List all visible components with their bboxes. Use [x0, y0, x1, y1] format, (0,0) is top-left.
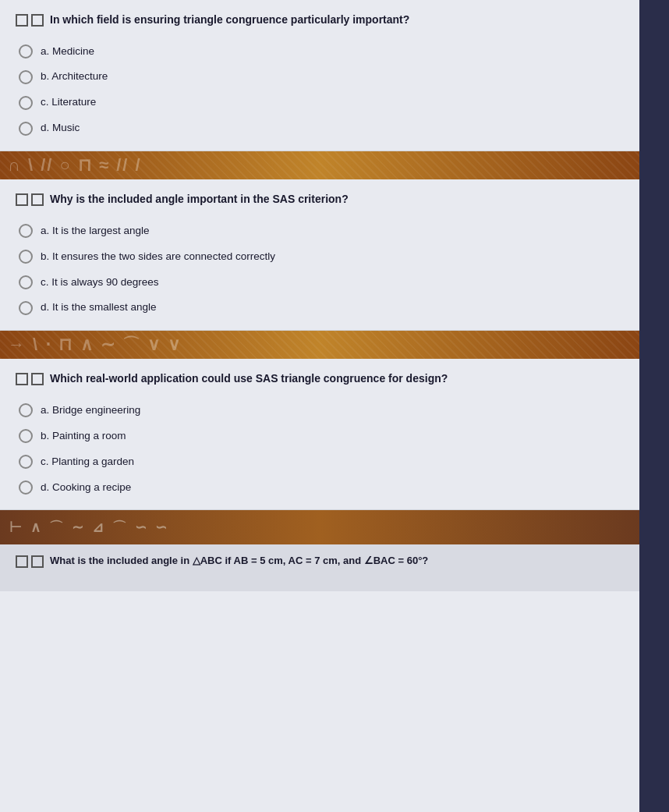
- q1-radio-c[interactable]: [19, 96, 33, 110]
- q2-radio-a[interactable]: [19, 224, 33, 238]
- q2-radio-d[interactable]: [19, 301, 33, 315]
- flag-icon-2[interactable]: [31, 193, 44, 206]
- q1-option-c[interactable]: c. Literature: [16, 90, 624, 115]
- q3-option-c[interactable]: c. Planting a garden: [16, 449, 624, 475]
- q3-label-b: b. Painting a room: [41, 429, 126, 444]
- q2-radio-c[interactable]: [19, 275, 33, 289]
- question-1-icons: [16, 14, 44, 27]
- divider-2-text: → \ ⋅ ⊓ ∧ ∼ ⌒ ∨ ∨: [0, 333, 189, 356]
- flag-icon-4[interactable]: [31, 555, 44, 568]
- question-4-text: What is the included angle in △ABC if AB…: [50, 554, 428, 568]
- q1-label-a: a. Medicine: [41, 44, 94, 59]
- q1-radio-d[interactable]: [19, 122, 33, 136]
- question-2-icons: [16, 193, 44, 206]
- question-1-block: In which field is ensuring triangle cong…: [0, 0, 639, 151]
- question-3-header: Which real-world application could use S…: [16, 371, 624, 387]
- q2-option-c[interactable]: c. It is always 90 degrees: [16, 270, 624, 296]
- q3-radio-a[interactable]: [19, 403, 33, 417]
- q1-label-d: d. Music: [41, 121, 80, 136]
- q3-label-d: d. Cooking a recipe: [41, 480, 131, 495]
- q3-label-c: c. Planting a garden: [41, 455, 134, 470]
- question-2-text: Why is the included angle important in t…: [50, 192, 349, 207]
- q1-label-c: c. Literature: [41, 95, 96, 110]
- q3-radio-c[interactable]: [19, 455, 33, 469]
- q2-label-c: c. It is always 90 degrees: [41, 275, 159, 290]
- right-sidebar: [639, 0, 669, 812]
- flag-icon-3[interactable]: [31, 373, 44, 385]
- question-3-block: Which real-world application could use S…: [0, 359, 639, 510]
- main-content: In which field is ensuring triangle cong…: [0, 0, 639, 812]
- question-2-header: Why is the included angle important in t…: [16, 192, 624, 207]
- q3-radio-b[interactable]: [19, 429, 33, 443]
- question-3-icons: [16, 373, 44, 385]
- question-4-block: What is the included angle in △ABC if AB…: [0, 544, 639, 591]
- q1-option-b[interactable]: b. Architecture: [16, 64, 624, 90]
- q3-option-b[interactable]: b. Painting a room: [16, 424, 624, 449]
- q1-radio-b[interactable]: [19, 70, 33, 84]
- bookmark-icon-2[interactable]: [16, 193, 28, 206]
- q1-radio-a[interactable]: [19, 44, 33, 59]
- bottom-bar-3: ⊢ ∧ ⌒ ∼ ⊿ ⌒ ∽ ∽: [0, 510, 639, 544]
- q2-option-a[interactable]: a. It is the largest angle: [16, 218, 624, 244]
- q3-radio-d[interactable]: [19, 480, 33, 495]
- q1-label-b: b. Architecture: [41, 69, 108, 84]
- flag-icon[interactable]: [31, 14, 44, 27]
- q1-option-a[interactable]: a. Medicine: [16, 39, 624, 65]
- q2-label-a: a. It is the largest angle: [41, 224, 150, 239]
- bottom-bar-text-3: ⊢ ∧ ⌒ ∼ ⊿ ⌒ ∽ ∽: [9, 518, 169, 537]
- q3-option-a[interactable]: a. Bridge engineering: [16, 398, 624, 424]
- bookmark-icon[interactable]: [16, 14, 28, 27]
- q2-radio-b[interactable]: [19, 250, 33, 264]
- bookmark-icon-4[interactable]: [16, 555, 28, 568]
- q3-label-a: a. Bridge engineering: [41, 403, 140, 418]
- q2-label-b: b. It ensures the two sides are connecte…: [41, 250, 275, 264]
- q2-option-d[interactable]: d. It is the smallest angle: [16, 295, 624, 321]
- question-4-icons: [16, 555, 44, 568]
- q3-option-d[interactable]: d. Cooking a recipe: [16, 475, 624, 501]
- q1-option-d[interactable]: d. Music: [16, 115, 624, 141]
- divider-1-text: ∩ \ // ○ ⊓ ≈ // /: [0, 155, 150, 176]
- divider-band-1: ∩ \ // ○ ⊓ ≈ // /: [0, 151, 639, 179]
- divider-band-2: → \ ⋅ ⊓ ∧ ∼ ⌒ ∨ ∨: [0, 331, 639, 359]
- bookmark-icon-3[interactable]: [16, 373, 28, 385]
- q2-label-d: d. It is the smallest angle: [41, 300, 157, 315]
- q2-option-b[interactable]: b. It ensures the two sides are connecte…: [16, 244, 624, 270]
- question-2-block: Why is the included angle important in t…: [0, 179, 639, 331]
- question-3-text: Which real-world application could use S…: [50, 371, 448, 387]
- question-1-text: In which field is ensuring triangle cong…: [50, 12, 409, 28]
- question-1-header: In which field is ensuring triangle cong…: [16, 12, 624, 28]
